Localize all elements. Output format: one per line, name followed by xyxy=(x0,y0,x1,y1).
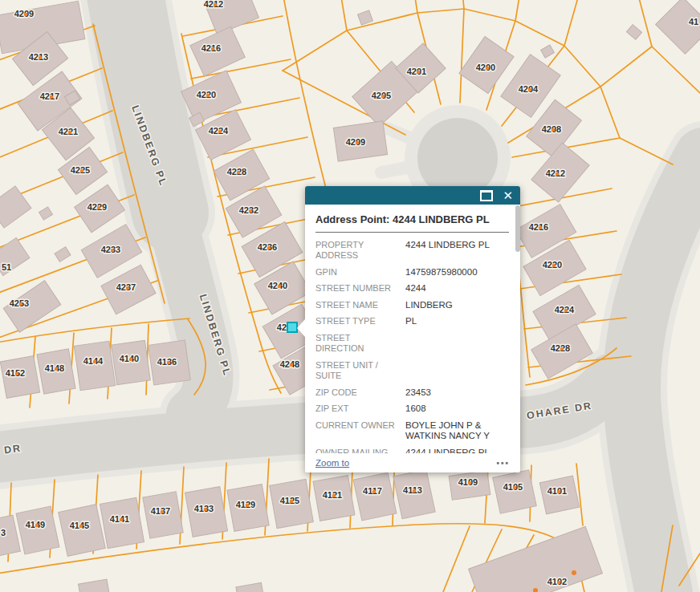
close-icon[interactable]: ✕ xyxy=(503,189,513,201)
popup-title: Address Point: 4244 LINDBERG PL xyxy=(315,205,509,233)
address-point-dot xyxy=(161,510,164,513)
popup-body: Address Point: 4244 LINDBERG PL PROPERTY… xyxy=(305,205,520,453)
parcel-label: 4220 xyxy=(197,90,216,99)
field-row: ZIP CODE 23453 xyxy=(315,384,509,401)
parcel-label: 4233 xyxy=(101,245,120,254)
parcel-label: 4248 xyxy=(280,359,299,369)
parcel-label: 4149 xyxy=(26,520,45,529)
address-point-dot xyxy=(539,226,542,229)
parcel-label: 4117 xyxy=(363,486,382,496)
field-value: 4244 LINDBERG PL xyxy=(405,240,509,262)
field-row: ZIP EXT 1608 xyxy=(315,401,509,418)
parcel-label: 4253 xyxy=(10,298,29,308)
parcel-label: 4237 xyxy=(116,282,136,292)
address-point-dot xyxy=(290,500,293,503)
field-value xyxy=(405,333,509,355)
address-point-dot xyxy=(129,358,132,361)
more-options-icon[interactable]: ••• xyxy=(496,459,510,468)
parcel-label: 3 xyxy=(1,528,6,537)
parcel-label: 4229 xyxy=(88,202,107,212)
field-row: OWNER MAILING 4244 LINDBERG PL xyxy=(315,444,509,453)
address-point-dot xyxy=(39,56,42,59)
address-point-dot xyxy=(557,490,560,493)
address-point-dot xyxy=(564,309,568,312)
feature-popup: ✕ Address Point: 4244 LINDBERG PL PROPER… xyxy=(305,186,520,472)
parcel-label: 4125 xyxy=(280,496,299,505)
field-row: STREET UNIT / SUITE xyxy=(315,357,509,384)
address-point-dot xyxy=(551,128,555,132)
address-point-dot xyxy=(55,367,58,371)
address-point-dot xyxy=(214,3,217,6)
parcel-label: 4208 xyxy=(542,124,561,134)
popup-pointer-arrow xyxy=(297,319,305,337)
field-value: LINDBERG xyxy=(405,300,509,311)
address-point-dot xyxy=(111,249,114,252)
parcel-label: 4145 xyxy=(70,521,89,530)
address-point-dot xyxy=(356,141,359,144)
field-row: STREET NUMBER 4244 xyxy=(315,281,509,298)
address-point-dot xyxy=(486,67,489,70)
popup-scrollbar-thumb[interactable] xyxy=(515,205,520,252)
address-point-dot xyxy=(50,95,53,99)
address-point-dot xyxy=(290,363,293,367)
parcel-label: 4105 xyxy=(503,482,523,492)
address-point-dot xyxy=(513,486,516,489)
field-label: CURRENT OWNER xyxy=(315,420,405,442)
parcel-label: 4209 xyxy=(14,9,34,18)
address-point-dot xyxy=(68,131,71,134)
selected-address-point[interactable] xyxy=(287,322,297,332)
address-point-dot xyxy=(218,130,222,133)
address-point-dot xyxy=(167,361,170,364)
parcel-label: 4232 xyxy=(239,205,258,215)
parcel-label: 4137 xyxy=(151,506,170,516)
address-point-dot xyxy=(204,508,207,511)
field-label: STREET NAME xyxy=(315,300,405,311)
address-point-dot xyxy=(79,525,83,528)
field-value: PL xyxy=(405,316,509,327)
zoom-to-link[interactable]: Zoom to xyxy=(315,458,349,468)
field-value xyxy=(405,360,509,382)
parcel-label: 4148 xyxy=(45,363,64,373)
address-point-dot xyxy=(206,94,210,97)
address-point-dot xyxy=(211,47,214,51)
parcel-label: 4129 xyxy=(236,500,255,509)
address-point-dot xyxy=(15,372,18,375)
field-label: ZIP EXT xyxy=(315,403,405,415)
field-row: GPIN 14759875980000 xyxy=(315,264,509,281)
address-point-dot xyxy=(468,481,471,485)
parcel-label: 4220 xyxy=(543,260,562,270)
parcel-label: 4201 xyxy=(407,67,426,76)
field-value: 23453 xyxy=(405,387,509,399)
parcel-label: 4216 xyxy=(529,222,548,232)
field-list: PROPERTY ADDRESS 4244 LINDBERG PL GPIN 1… xyxy=(315,237,509,453)
address-point-dot xyxy=(246,504,249,507)
field-value: 4244 LINDBERG PL xyxy=(405,448,509,454)
parcel-label: 4212 xyxy=(546,168,565,178)
address-point-dot xyxy=(93,360,96,363)
parcel-label: 4221 xyxy=(59,127,78,136)
parcel-label: 4200 xyxy=(476,63,495,72)
parcel-label: 4102 xyxy=(547,577,567,586)
address-point-dot xyxy=(237,171,240,174)
field-label: STREET TYPE xyxy=(315,316,405,327)
parcel-label: 4121 xyxy=(323,490,342,500)
address-point-dot xyxy=(560,347,564,351)
field-label: STREET NUMBER xyxy=(315,283,405,294)
address-point-dot xyxy=(19,302,22,306)
parcel-label: 4101 xyxy=(547,486,567,496)
parcel-label: 4217 xyxy=(40,91,59,101)
parcel-label: 4141 xyxy=(110,514,129,524)
field-label: OWNER MAILING xyxy=(315,448,405,454)
map-application: LINDBERG PL LINDBERG PL OHARE DR DR 4209… xyxy=(0,0,700,592)
popup-header: ✕ xyxy=(305,186,520,205)
parcel-label: 4152 xyxy=(6,368,25,378)
parcel-label: 4133 xyxy=(194,504,214,513)
maximize-icon[interactable] xyxy=(480,190,493,201)
field-label: STREET DIRECTION xyxy=(315,333,405,355)
parcel-label: 51 xyxy=(2,262,11,272)
field-label: STREET UNIT / SUITE xyxy=(315,360,405,382)
field-row: STREET NAME LINDBERG xyxy=(315,297,509,314)
field-value: 1608 xyxy=(405,403,509,415)
address-point-dot xyxy=(278,285,281,288)
parcel-label: 4225 xyxy=(71,165,90,175)
